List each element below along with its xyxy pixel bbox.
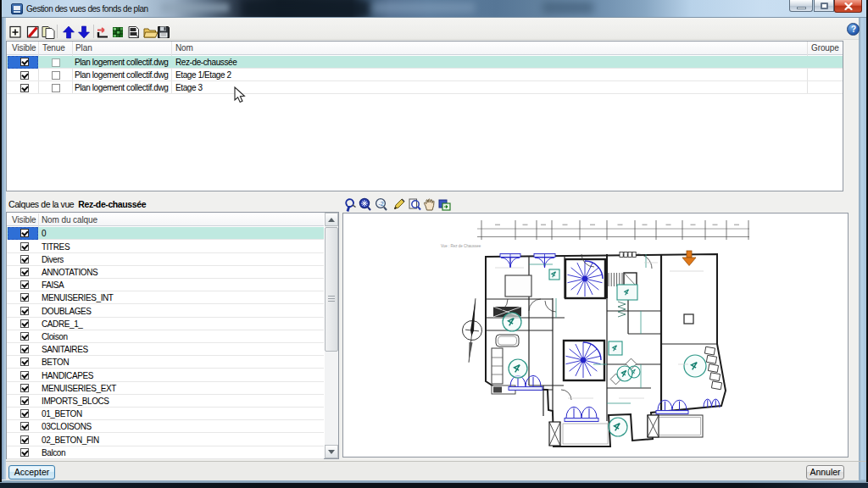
svg-text:Vue : Rez de Chaussee: Vue : Rez de Chaussee — [441, 244, 481, 248]
svg-text:-2: -2 — [379, 201, 384, 207]
